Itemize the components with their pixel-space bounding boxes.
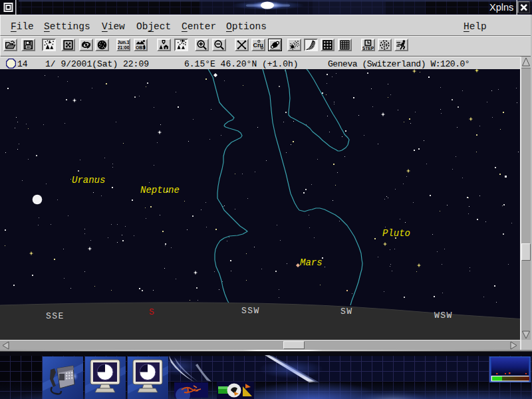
svg-text:Neptune: Neptune — [140, 185, 180, 196]
svg-text:Mars: Mars — [300, 257, 323, 268]
svg-text:Pluto: Pluto — [382, 228, 410, 239]
svg-text:S: S — [149, 307, 155, 317]
svg-text:SSW: SSW — [241, 306, 260, 316]
svg-text:OBS: OBS — [136, 45, 146, 50]
svg-text:21:00: 21:00 — [118, 45, 129, 51]
svg-text:WSW: WSW — [434, 311, 453, 321]
svg-text:SW: SW — [340, 307, 353, 317]
svg-text:SSE: SSE — [46, 311, 65, 321]
svg-text:STEP: STEP — [362, 46, 374, 51]
svg-text:Xplns: Xplns — [489, 2, 513, 13]
svg-text:Uranus: Uranus — [72, 175, 105, 186]
